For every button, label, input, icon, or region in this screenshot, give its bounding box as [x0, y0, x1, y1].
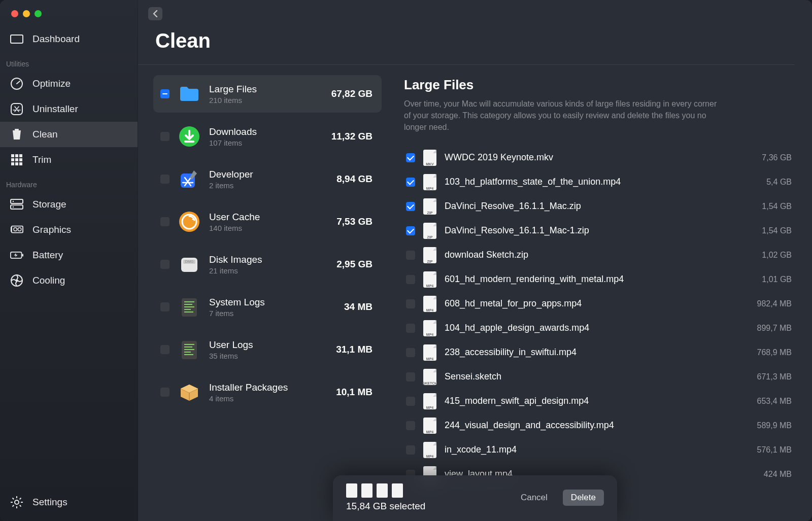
- file-name: DaVinci_Resolve_16.1.1_Mac.zip: [445, 201, 754, 212]
- drive-icon: [10, 198, 23, 211]
- category-icon: [178, 125, 201, 148]
- file-icon: ZIP: [423, 198, 436, 215]
- category-meta: Developer 2 items: [209, 169, 328, 190]
- category-checkbox[interactable]: [160, 260, 170, 269]
- file-row[interactable]: MP4 415_modern_swift_api_design.mp4 653,…: [404, 389, 794, 413]
- file-checkbox[interactable]: [406, 153, 415, 162]
- file-row[interactable]: MP4 244_visual_design_and_accessibility.…: [404, 413, 794, 438]
- file-checkbox[interactable]: [406, 299, 415, 308]
- sidebar-item-cooling[interactable]: Cooling: [0, 268, 138, 293]
- category-size: 8,94 GB: [336, 173, 373, 185]
- category-checkbox[interactable]: [160, 388, 170, 397]
- sidebar-item-storage[interactable]: Storage: [0, 192, 138, 217]
- file-icon: MKV: [423, 150, 436, 166]
- category-icon: [178, 210, 201, 233]
- file-checkbox[interactable]: [406, 397, 415, 406]
- category-size: 11,32 GB: [331, 131, 373, 142]
- file-row[interactable]: MP4 601_hd_modern_rendering_with_metal.m…: [404, 267, 794, 292]
- file-row[interactable]: MP4 in_xcode_11.mp4 576,1 MB: [404, 438, 794, 462]
- category-row[interactable]: DMG Disk Images 21 items 2,95 GB: [153, 246, 382, 283]
- file-checkbox[interactable]: [406, 275, 415, 284]
- sidebar-item-trim[interactable]: Trim: [0, 147, 138, 172]
- window-controls: [0, 6, 138, 26]
- category-row[interactable]: User Logs 35 items 31,1 MB: [153, 331, 382, 368]
- category-row[interactable]: Installer Packages 4 items 10,1 MB: [153, 373, 382, 411]
- sidebar-item-clean[interactable]: Clean: [0, 122, 138, 147]
- cancel-button[interactable]: Cancel: [516, 490, 553, 506]
- file-row[interactable]: MP4 608_hd_metal_for_pro_apps.mp4 982,4 …: [404, 292, 794, 316]
- delete-button[interactable]: Delete: [563, 490, 604, 506]
- file-list: MKV WWDC 2019 Keynote.mkv 7,36 GB MP4 10…: [404, 146, 794, 487]
- file-checkbox[interactable]: [406, 445, 415, 455]
- file-row[interactable]: MP4 104_hd_apple_design_awards.mp4 899,7…: [404, 316, 794, 340]
- file-row[interactable]: MP4 238_accessibility_in_swiftui.mp4 768…: [404, 340, 794, 365]
- category-checkbox[interactable]: [160, 132, 170, 141]
- dashboard-icon: [10, 32, 23, 46]
- fan-icon: [10, 274, 23, 287]
- sidebar: Dashboard Utilities Optimize Uninstaller…: [0, 0, 138, 521]
- category-checkbox[interactable]: [160, 89, 170, 98]
- file-row[interactable]: MKV WWDC 2019 Keynote.mkv 7,36 GB: [404, 146, 794, 170]
- svg-rect-5: [11, 154, 14, 157]
- action-meta: 15,84 GB selected: [346, 483, 425, 512]
- sidebar-item-uninstaller[interactable]: Uninstaller: [0, 96, 138, 122]
- sidebar-item-dashboard[interactable]: Dashboard: [0, 26, 138, 52]
- svg-rect-49: [182, 341, 197, 359]
- category-row[interactable]: Large Files 210 items 67,82 GB: [153, 75, 382, 113]
- file-checkbox[interactable]: [406, 324, 415, 333]
- file-size: 1,54 GB: [762, 226, 792, 235]
- file-name: WWDC 2019 Keynote.mkv: [445, 152, 754, 163]
- back-button[interactable]: [148, 7, 162, 20]
- svg-rect-10: [19, 158, 22, 161]
- close-window-icon[interactable]: [11, 10, 18, 17]
- file-row[interactable]: MP4 103_hd_platforms_state_of_the_union.…: [404, 170, 794, 194]
- category-checkbox[interactable]: [160, 345, 170, 354]
- svg-text:DMG: DMG: [185, 260, 193, 263]
- file-icon: MP4: [423, 271, 436, 288]
- category-meta: System Logs 7 items: [209, 297, 336, 318]
- fullscreen-window-icon[interactable]: [35, 10, 42, 17]
- category-row[interactable]: Developer 2 items 8,94 GB: [153, 160, 382, 198]
- grid-icon: [10, 153, 23, 166]
- svg-point-20: [18, 228, 21, 231]
- file-checkbox[interactable]: [406, 226, 415, 235]
- category-checkbox[interactable]: [160, 302, 170, 311]
- category-checkbox[interactable]: [160, 217, 170, 226]
- file-checkbox[interactable]: [406, 421, 415, 430]
- category-meta: User Cache 140 items: [209, 212, 328, 232]
- category-meta: User Logs 35 items: [209, 339, 328, 360]
- file-icon: MP4: [423, 418, 436, 434]
- svg-rect-6: [15, 154, 18, 157]
- svg-point-16: [13, 201, 14, 202]
- file-name: 415_modern_swift_api_design.mp4: [445, 396, 749, 406]
- category-row[interactable]: User Cache 140 items 7,53 GB: [153, 203, 382, 240]
- file-row[interactable]: ZIP DaVinci_Resolve_16.1.1_Mac-1.zip 1,5…: [404, 219, 794, 243]
- sidebar-item-graphics[interactable]: Graphics: [0, 217, 138, 242]
- file-checkbox[interactable]: [406, 178, 415, 187]
- category-checkbox[interactable]: [160, 175, 170, 184]
- file-size: 671,3 MB: [757, 372, 792, 381]
- category-row[interactable]: System Logs 7 items 34 MB: [153, 288, 382, 326]
- file-checkbox[interactable]: [406, 251, 415, 260]
- category-list: Large Files 210 items 67,82 GB Downloads…: [138, 65, 387, 521]
- sidebar-item-optimize[interactable]: Optimize: [0, 71, 138, 96]
- file-checkbox[interactable]: [406, 202, 415, 211]
- file-name: download Sketch.zip: [445, 250, 754, 260]
- minimize-window-icon[interactable]: [23, 10, 30, 17]
- file-size: 589,9 MB: [757, 421, 792, 430]
- file-checkbox[interactable]: [406, 372, 415, 381]
- thumbnail-icon: [346, 483, 357, 498]
- file-checkbox[interactable]: [406, 348, 415, 357]
- sidebar-item-settings[interactable]: Settings: [0, 490, 138, 521]
- category-size: 7,53 GB: [336, 216, 373, 227]
- file-row[interactable]: ZIP download Sketch.zip 1,02 GB: [404, 243, 794, 267]
- sidebar-item-label: Cooling: [32, 275, 65, 286]
- svg-rect-4: [15, 129, 19, 130]
- file-row[interactable]: SKETCH Sensei.sketch 671,3 MB: [404, 365, 794, 389]
- category-row[interactable]: Downloads 107 items 11,32 GB: [153, 118, 382, 155]
- category-size: 2,95 GB: [336, 259, 373, 270]
- file-name: Sensei.sketch: [445, 371, 749, 382]
- app-window: Dashboard Utilities Optimize Uninstaller…: [0, 0, 812, 521]
- sidebar-item-battery[interactable]: Battery: [0, 242, 138, 268]
- file-row[interactable]: ZIP DaVinci_Resolve_16.1.1_Mac.zip 1,54 …: [404, 194, 794, 219]
